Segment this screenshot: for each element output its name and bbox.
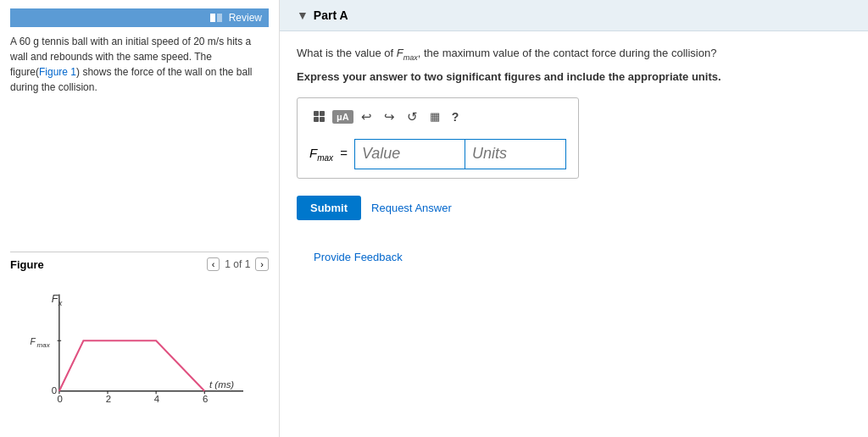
- figure-prev-button[interactable]: ‹: [207, 257, 220, 271]
- grid-icon-button[interactable]: [309, 108, 329, 124]
- undo-icon: ↩: [361, 109, 372, 124]
- figure-next-button[interactable]: ›: [255, 257, 269, 271]
- request-answer-link[interactable]: Request Answer: [371, 202, 452, 214]
- graph-area: F x F max 0 0 2 4 6 t (ms): [10, 276, 269, 429]
- redo-button[interactable]: ↪: [380, 107, 399, 127]
- f-label: Fmax =: [309, 146, 348, 163]
- undo-button[interactable]: ↩: [357, 107, 376, 127]
- mu-a-button[interactable]: μA: [332, 110, 353, 124]
- value-input[interactable]: [354, 139, 465, 169]
- reset-button[interactable]: ↺: [403, 107, 422, 127]
- help-button[interactable]: ?: [448, 108, 464, 126]
- figure-link[interactable]: Figure 1: [39, 66, 76, 78]
- answer-box: μA ↩ ↪ ↺ ▦ ?: [297, 97, 579, 179]
- help-icon: ?: [452, 110, 459, 124]
- svg-text:F: F: [31, 337, 36, 346]
- right-panel: ▼ Part A What is the value of Fmax, the …: [280, 0, 868, 437]
- part-a-collapse-arrow[interactable]: ▼: [297, 8, 309, 22]
- question-content: What is the value of Fmax, the maximum v…: [280, 31, 868, 290]
- redo-icon: ↪: [384, 109, 395, 124]
- equals-sign: =: [340, 146, 348, 160]
- review-bar: Review: [10, 8, 269, 27]
- svg-text:0: 0: [58, 394, 63, 404]
- figure-header: Figure ‹ 1 of 1 ›: [10, 252, 269, 276]
- action-row: Submit Request Answer: [297, 196, 851, 220]
- grid-icon: [314, 111, 325, 122]
- f-max-var: Fmax: [397, 47, 418, 59]
- graph-svg: F x F max 0 0 2 4 6 t (ms): [27, 285, 256, 420]
- figure-page: 1 of 1: [225, 258, 250, 270]
- part-a-header: ▼ Part A: [280, 0, 868, 31]
- review-label: Review: [229, 12, 262, 24]
- question-text-before: What is the value of: [297, 47, 397, 59]
- figure-title: Figure: [10, 258, 44, 271]
- svg-text:max: max: [37, 341, 51, 349]
- reset-icon: ↺: [407, 109, 418, 124]
- feedback-link[interactable]: Provide Feedback: [297, 237, 851, 277]
- figure-section: Figure ‹ 1 of 1 › F x F max 0: [10, 243, 269, 429]
- instruction-text: Express your answer to two significant f…: [297, 69, 851, 86]
- figure-nav: ‹ 1 of 1 ›: [207, 257, 269, 271]
- part-a-label: Part A: [314, 8, 348, 22]
- input-row: Fmax =: [309, 139, 566, 169]
- keyboard-button[interactable]: ▦: [426, 108, 444, 125]
- svg-text:2: 2: [106, 394, 111, 404]
- question-text: What is the value of Fmax, the maximum v…: [297, 45, 851, 64]
- submit-button[interactable]: Submit: [297, 196, 361, 220]
- left-panel: Review A 60 g tennis ball with an initia…: [0, 0, 280, 437]
- problem-description: A 60 g tennis ball with an initial speed…: [10, 34, 269, 95]
- svg-text:x: x: [58, 299, 63, 307]
- keyboard-icon: ▦: [430, 110, 440, 123]
- f-subscript: max: [317, 153, 333, 163]
- review-icon: [210, 14, 222, 22]
- question-text-after: , the maximum value of the contact force…: [418, 47, 717, 59]
- svg-text:4: 4: [154, 394, 160, 404]
- svg-text:6: 6: [203, 394, 208, 404]
- svg-text:t (ms): t (ms): [209, 379, 234, 390]
- svg-text:0: 0: [52, 385, 57, 396]
- toolbar: μA ↩ ↪ ↺ ▦ ?: [309, 107, 566, 132]
- units-input[interactable]: [465, 139, 566, 169]
